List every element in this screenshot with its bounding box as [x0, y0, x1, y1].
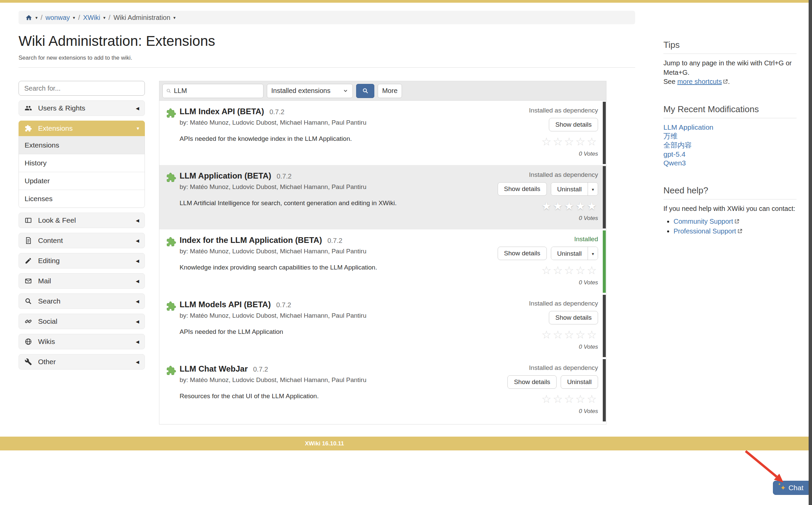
- chevron-down-icon: ▾: [136, 125, 139, 131]
- chevron-left-icon: ◀: [136, 339, 139, 344]
- submenu-item-history[interactable]: History: [19, 154, 145, 172]
- star-icon[interactable]: ☆: [564, 328, 575, 341]
- window-scrollbar[interactable]: [809, 0, 812, 505]
- chevron-down-icon[interactable]: ▾: [73, 15, 75, 20]
- sidebar-item-wikis[interactable]: Wikis ◀: [19, 334, 145, 349]
- star-icon[interactable]: ☆: [564, 135, 575, 148]
- magnifier-icon: [166, 88, 171, 94]
- community-support-link[interactable]: Community Support: [674, 218, 733, 225]
- extensions-panel: LLM Installed extensions More LLM Index …: [159, 81, 606, 424]
- submenu-item-licenses[interactable]: Licenses: [19, 190, 145, 208]
- recent-link[interactable]: 万维: [663, 132, 797, 141]
- star-icon[interactable]: ☆: [541, 264, 553, 277]
- star-icon[interactable]: ☆: [564, 393, 575, 405]
- star-icon[interactable]: ★: [541, 200, 553, 212]
- search-button[interactable]: [356, 84, 374, 98]
- tips-see-text: See: [663, 78, 677, 85]
- sidebar-item-search[interactable]: Search ◀: [19, 293, 145, 309]
- extension-title[interactable]: LLM Application (BETA): [180, 171, 271, 181]
- pencil-icon: [24, 257, 32, 265]
- uninstall-button[interactable]: Uninstall: [551, 247, 588, 260]
- recent-link[interactable]: gpt-5.4: [663, 150, 797, 159]
- show-details-button[interactable]: Show details: [498, 247, 547, 260]
- show-details-button[interactable]: Show details: [498, 182, 547, 196]
- uninstall-button[interactable]: Uninstall: [561, 375, 598, 389]
- breadcrumb-separator: /: [78, 14, 80, 22]
- admin-search-input[interactable]: [19, 81, 145, 96]
- recent-link[interactable]: LLM Application: [663, 123, 797, 132]
- show-details-button[interactable]: Show details: [507, 375, 557, 389]
- star-icon[interactable]: ★: [587, 200, 598, 212]
- right-panels: Tips Jump to any page in the wiki with C…: [663, 40, 797, 253]
- sidebar-item-editing[interactable]: Editing ◀: [19, 253, 145, 269]
- extension-title[interactable]: LLM Chat WebJar: [180, 364, 248, 374]
- star-icon[interactable]: ☆: [541, 393, 553, 405]
- chevron-down-icon[interactable]: ▾: [35, 15, 38, 20]
- star-icon[interactable]: ☆: [553, 328, 564, 341]
- star-icon[interactable]: ☆: [553, 264, 564, 277]
- sidebar-item-label: Wikis: [38, 338, 55, 346]
- professional-support-link[interactable]: Professional Support: [674, 227, 736, 235]
- sidebar-item-users-rights[interactable]: Users & Rights ◀: [19, 100, 145, 116]
- chevron-down-icon[interactable]: ▾: [103, 15, 106, 20]
- home-icon[interactable]: [25, 14, 32, 21]
- breadcrumb-separator: /: [108, 14, 111, 22]
- magnifier-icon: [24, 297, 32, 305]
- uninstall-split-button: Uninstall ▾: [551, 247, 598, 260]
- extension-filter-select[interactable]: Installed extensions: [267, 84, 353, 98]
- sidebar-item-label: Other: [38, 358, 56, 366]
- recent-link[interactable]: Qwen3: [663, 159, 797, 168]
- sidebar-item-extensions[interactable]: Extensions ▾: [19, 121, 145, 136]
- uninstall-dropdown-toggle[interactable]: ▾: [588, 247, 598, 260]
- extension-authors: by: Matéo Munoz, Ludovic Dubost, Michael…: [180, 119, 492, 126]
- sparkles-icon: ✦✦: [780, 484, 786, 491]
- rating-stars: ☆☆☆☆☆: [541, 329, 598, 340]
- star-icon[interactable]: ☆: [587, 328, 598, 341]
- chevron-left-icon: ◀: [136, 238, 139, 243]
- breadcrumb-link-xwiki[interactable]: XWiki: [83, 14, 100, 22]
- extension-row: LLM Index API (BETA) 0.7.2 by: Matéo Mun…: [159, 101, 606, 165]
- extension-title[interactable]: Index for the LLM Application (BETA): [180, 235, 322, 245]
- sidebar-item-mail[interactable]: Mail ◀: [19, 273, 145, 289]
- star-icon[interactable]: ☆: [575, 328, 587, 341]
- star-icon[interactable]: ☆: [553, 135, 564, 148]
- submenu-item-updater[interactable]: Updater: [19, 172, 145, 190]
- star-icon[interactable]: ☆: [575, 393, 587, 405]
- star-icon[interactable]: ☆: [587, 135, 598, 148]
- more-shortcuts-link[interactable]: more shortcuts: [677, 78, 722, 85]
- breadcrumb-separator: /: [41, 14, 43, 22]
- extension-search-field[interactable]: LLM: [162, 84, 263, 98]
- star-icon[interactable]: ☆: [541, 328, 553, 341]
- rating-stars: ★★★★★: [541, 200, 598, 212]
- uninstall-dropdown-toggle[interactable]: ▾: [588, 183, 598, 196]
- sidebar-item-social[interactable]: Social ◀: [19, 314, 145, 329]
- star-icon[interactable]: ☆: [587, 264, 598, 277]
- sidebar-item-look-feel[interactable]: Look & Feel ◀: [19, 213, 145, 228]
- star-icon[interactable]: ☆: [553, 393, 564, 405]
- extension-title[interactable]: LLM Index API (BETA): [180, 107, 264, 116]
- sidebar-item-other[interactable]: Other ◀: [19, 354, 145, 370]
- submenu-item-extensions[interactable]: Extensions: [19, 136, 145, 154]
- more-button[interactable]: More: [378, 84, 402, 98]
- uninstall-button[interactable]: Uninstall: [551, 183, 588, 196]
- star-icon[interactable]: ☆: [541, 135, 553, 148]
- chevron-down-icon[interactable]: ▾: [174, 15, 176, 20]
- chat-button[interactable]: ✦✦ Chat: [773, 481, 811, 495]
- star-icon[interactable]: ★: [553, 200, 564, 212]
- extension-title[interactable]: LLM Models API (BETA): [180, 300, 271, 309]
- star-icon[interactable]: ☆: [575, 264, 587, 277]
- chat-button-label: Chat: [788, 484, 803, 492]
- filter-selected-value: Installed extensions: [271, 87, 331, 95]
- show-details-button[interactable]: Show details: [549, 118, 598, 131]
- star-icon[interactable]: ☆: [564, 264, 575, 277]
- star-icon[interactable]: ★: [564, 200, 575, 212]
- recent-link[interactable]: 全部内容: [663, 141, 797, 150]
- external-link-icon: [735, 218, 739, 222]
- star-icon[interactable]: ☆: [587, 393, 598, 405]
- sidebar-item-content[interactable]: Content ◀: [19, 233, 145, 248]
- show-details-button[interactable]: Show details: [549, 311, 598, 324]
- star-icon[interactable]: ★: [575, 200, 587, 212]
- star-icon[interactable]: ☆: [575, 135, 587, 148]
- breadcrumb-link-wonway[interactable]: wonway: [45, 14, 70, 22]
- extension-description: Knowledge index providing search capabil…: [180, 264, 492, 271]
